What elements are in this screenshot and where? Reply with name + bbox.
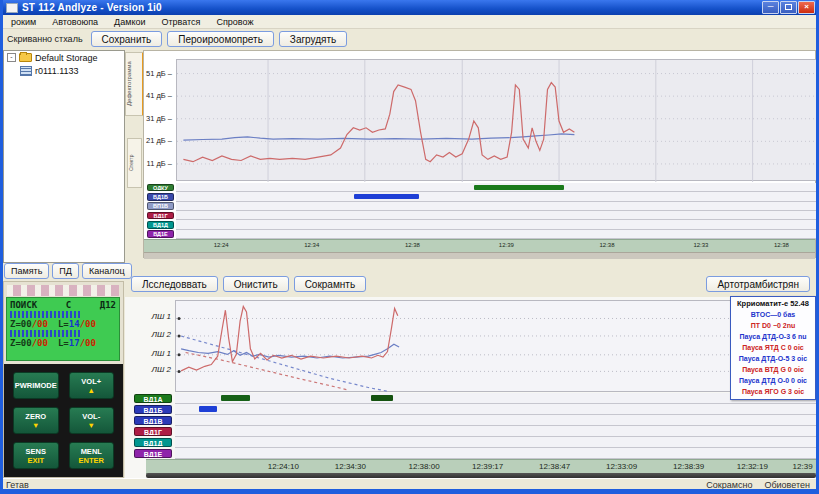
y-tick-label: 31 дБ – (146, 114, 172, 123)
app-icon (6, 3, 18, 13)
channel-lane (175, 393, 816, 404)
channel-lane (175, 426, 816, 437)
toolbar: Скриванно стхаль СохранитьПероироомопрет… (3, 28, 816, 49)
upper-x-axis-strip: 12:2412:3412:3812:3912:3812:3312:38 (144, 239, 815, 253)
key-sublabel: EXIT (14, 456, 58, 465)
lcd-value: /00 (32, 319, 48, 329)
minimize-button[interactable]: ─ (762, 1, 779, 14)
y-tick-label: 41 дБ – (146, 91, 172, 100)
lcd-value: Z=00 (10, 319, 32, 329)
key-sublabel: ▼ (14, 421, 58, 430)
amplitude-plot (176, 59, 817, 181)
menu-item-4[interactable]: Спровож (208, 17, 261, 27)
legend-box: Крриоматит-е 52.48 ВТОС—0 бasПТ D0 −0 2n… (730, 296, 816, 400)
amplitude-series (177, 60, 818, 182)
upper-horizontal-scrollbar[interactable] (144, 252, 815, 259)
channel-lane (176, 192, 817, 201)
lcd-display: ПОИСК С Д12 Z=00/00L=14/00 Z=00/00L=17/0… (6, 297, 120, 361)
lcd-value: 17 (69, 338, 80, 348)
upper-chart-panel: 51 дБ –41 дБ –31 дБ –21 дБ –11 дБ – ОДКУ… (143, 50, 816, 258)
legend-line-6: Пауса ДТД О-0 0 оіс (732, 375, 814, 386)
lcd-value: /00 (80, 338, 96, 348)
status-bar: Гетав Сокрамсно Обиоветен (3, 478, 816, 490)
y-tick-label: 21 дБ – (146, 136, 172, 145)
lcd-value: /00 (80, 319, 96, 329)
title-bar: ST 112 Andlyze - Version 1i0 ─ × (0, 0, 819, 15)
signal-level-bar (10, 311, 82, 318)
time-tick-label: 12:38:00 (408, 462, 439, 471)
channel-lane (176, 230, 817, 239)
channel-lane (176, 220, 817, 229)
channel-label: ВД1В (134, 416, 172, 426)
lcd-value-row: Z=00/00L=14/00 (10, 319, 116, 329)
maximize-button[interactable] (780, 1, 797, 14)
track-label: ЛШ 2 (151, 365, 171, 374)
toolbar-button-0[interactable]: Сохранить (91, 31, 163, 47)
channel-lane (175, 415, 816, 426)
channel-lane (175, 448, 816, 459)
keypad-button-zero[interactable]: ZERO▼ (13, 407, 59, 434)
channel-label: ВД1Д (147, 221, 174, 229)
keypad-button-menl[interactable]: MENLENTER (69, 442, 115, 469)
mid-button-1[interactable]: Онистить (223, 276, 289, 292)
lcd-value: L= (58, 319, 69, 329)
close-button[interactable]: × (798, 1, 815, 14)
x-tick-label: 12:24 (214, 242, 229, 248)
mid-button-0[interactable]: Лсследоввать (131, 276, 218, 292)
time-tick-label: 12:24:10 (268, 462, 299, 471)
device-keypad: PWRIMODEVOL+▲ZERO▼VOL-▼SENSEXITMENLENTER (4, 364, 123, 477)
key-label: ZERO (14, 412, 58, 421)
event-bar (221, 395, 250, 401)
legend-line-1: ПТ D0 −0 2nu (732, 320, 814, 331)
menu-item-3[interactable]: Отрватся (153, 17, 208, 27)
time-tick-label: 12:39:17 (472, 462, 503, 471)
toolbar-button-1[interactable]: Пероироомопреть (167, 31, 274, 47)
x-tick-label: 12:38 (405, 242, 420, 248)
time-tick-label: 12:32:19 (737, 462, 768, 471)
tab-defectogram[interactable]: Дефектограмма (125, 52, 144, 116)
record-file-icon (20, 66, 32, 76)
x-tick-label: 12:38 (599, 242, 614, 248)
tab-spectrum[interactable]: Спектр (127, 138, 142, 188)
time-tick-label: 12:39 (793, 462, 813, 471)
left-button-2[interactable]: Каналоц (82, 263, 132, 279)
lcd-value: /00 (32, 338, 48, 348)
track-labels: ЛШ 1ЛШ 2ЛШ 1ЛШ 2 (133, 300, 173, 392)
legend-line-4: Пауса ДТД-О-5 3 оіс (732, 353, 814, 364)
legend-line-0: ВТОС—0 бas (732, 309, 814, 320)
keypad-button-sens[interactable]: SENSEXIT (13, 442, 59, 469)
keypad-button-vol+[interactable]: VOL+▲ (69, 372, 115, 399)
left-button-0[interactable]: Память (4, 263, 49, 279)
lcd-mode: ПОИСК (10, 300, 37, 310)
toolbar-button-2[interactable]: Загрудять (279, 31, 347, 47)
menu-item-1[interactable]: Автовоюпа (44, 17, 106, 27)
key-sublabel: ▼ (70, 421, 114, 430)
menu-item-2[interactable]: Дамкои (106, 17, 153, 27)
track-label: ЛШ 1 (151, 349, 171, 358)
keypad-button-pwrimode[interactable]: PWRIMODE (13, 372, 59, 399)
lcd-value: L= (58, 338, 69, 348)
expand-icon[interactable]: - (7, 53, 16, 62)
x-tick-label: 12:38 (774, 242, 789, 248)
autoscale-button[interactable]: Артотрамбистрян (706, 276, 810, 292)
menu-item-0[interactable]: роким (3, 17, 44, 27)
status-updated: Обиоветен (764, 480, 810, 490)
key-label: VOL+ (70, 377, 114, 386)
key-label: MENL (70, 447, 114, 456)
channel-lane (175, 404, 816, 415)
left-button-1[interactable]: ПД (52, 263, 79, 279)
channel-label: ВД1Г (134, 427, 172, 437)
defectogram-series (176, 301, 817, 393)
tree-root-item[interactable]: - Default Storage (4, 51, 124, 64)
mid-button-2[interactable]: Сокрамнть (294, 276, 366, 292)
tree-record-item[interactable]: r0111.1133 (4, 64, 124, 77)
x-tick-label: 12:33 (693, 242, 708, 248)
menu-bar: рокимАвтовоюпаДамкоиОтрватсяСпровож (3, 15, 816, 29)
status-left: Гетав (3, 480, 706, 490)
channel-label: ВД1Е (134, 449, 172, 459)
x-tick-label: 12:34 (304, 242, 319, 248)
lcd-value: 14 (69, 319, 80, 329)
keypad-button-vol-[interactable]: VOL-▼ (69, 407, 115, 434)
signal-level-bar (10, 330, 82, 337)
channel-label: ВД1Д (134, 438, 172, 448)
